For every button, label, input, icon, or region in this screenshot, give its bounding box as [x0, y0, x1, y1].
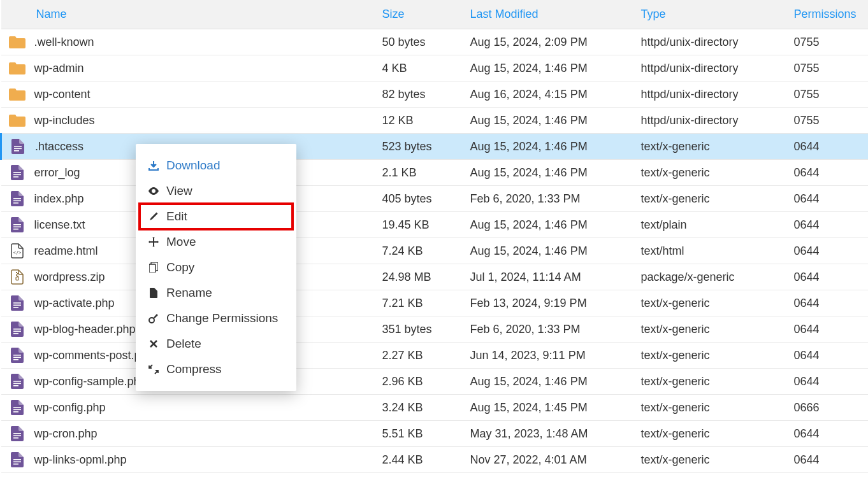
table-row[interactable]: license.txt19.45 KBAug 15, 2024, 1:46 PM…: [1, 212, 869, 238]
svg-rect-15: [16, 274, 17, 276]
svg-rect-4: [13, 174, 21, 176]
menu-item-label: Compress: [166, 362, 222, 376]
svg-rect-2: [14, 150, 19, 152]
svg-point-40: [149, 318, 154, 323]
file-generic-icon: [6, 374, 28, 389]
svg-rect-8: [13, 202, 18, 204]
file-generic-icon: [6, 191, 28, 206]
svg-rect-14: [17, 273, 18, 274]
file-size: 3.24 KB: [377, 395, 465, 421]
file-modified: Feb 6, 2020, 1:33 PM: [465, 316, 636, 343]
table-row[interactable]: index.php405 bytesFeb 6, 2020, 1:33 PMte…: [1, 186, 869, 212]
column-header-name[interactable]: Name: [1, 0, 377, 29]
file-permissions: 0644: [789, 447, 869, 473]
file-name: error_log: [34, 166, 80, 179]
file-modified: Aug 15, 2024, 1:46 PM: [465, 160, 636, 186]
file-name: .well-known: [34, 36, 94, 48]
file-size: 5.51 KB: [377, 421, 465, 447]
svg-rect-25: [13, 357, 21, 358]
menu-item-rename[interactable]: Rename: [136, 280, 296, 306]
file-size: 2.27 KB: [377, 343, 465, 369]
svg-rect-34: [13, 436, 21, 437]
key-icon: [147, 313, 160, 323]
file-modified: Aug 16, 2024, 4:15 PM: [465, 82, 636, 108]
file-size: 2.96 KB: [377, 369, 465, 395]
file-modified: Aug 15, 2024, 1:46 PM: [465, 55, 636, 82]
svg-rect-0: [14, 146, 22, 147]
menu-item-copy[interactable]: Copy: [136, 255, 296, 280]
table-row[interactable]: .well-known50 bytesAug 15, 2024, 2:09 PM…: [1, 29, 869, 55]
download-icon: [147, 160, 160, 171]
svg-rect-38: [13, 464, 18, 465]
table-row[interactable]: wp-cron.php5.51 KBMay 31, 2023, 1:48 AMt…: [1, 421, 869, 447]
table-row[interactable]: wp-links-opml.php2.44 KBNov 27, 2022, 4:…: [1, 447, 869, 473]
table-row[interactable]: wp-comments-post.php2.27 KBJun 14, 2023,…: [1, 343, 869, 369]
svg-rect-19: [13, 305, 21, 306]
file-size: 50 bytes: [377, 29, 465, 55]
table-row[interactable]: error_log2.1 KBAug 15, 2024, 1:46 PMtext…: [1, 160, 869, 186]
eye-icon: [147, 187, 160, 195]
file-size: 351 bytes: [377, 316, 465, 343]
file-type: text/x-generic: [636, 447, 789, 473]
file-modified: Feb 13, 2024, 9:19 PM: [465, 290, 636, 316]
context-menu: DownloadViewEditMoveCopyRenameChange Per…: [136, 144, 296, 391]
table-row[interactable]: wp-admin4 KBAug 15, 2024, 1:46 PMhttpd/u…: [1, 55, 869, 82]
svg-rect-37: [13, 462, 21, 463]
menu-item-change-permissions[interactable]: Change Permissions: [136, 306, 296, 331]
svg-rect-9: [13, 224, 21, 225]
table-row[interactable]: wp-config.php3.24 KBAug 15, 2024, 1:45 P…: [1, 395, 869, 421]
table-row[interactable]: wordpress.zip24.98 MBJul 1, 2024, 11:14 …: [1, 264, 869, 290]
file-name: wp-content: [34, 88, 90, 101]
menu-item-compress[interactable]: Compress: [136, 357, 296, 382]
column-header-permissions[interactable]: Permissions: [789, 0, 869, 29]
file-modified: Aug 15, 2024, 1:46 PM: [465, 108, 636, 134]
menu-item-label: Move: [166, 235, 196, 249]
file-size: 24.98 MB: [377, 264, 465, 290]
file-modified: Aug 15, 2024, 1:45 PM: [465, 395, 636, 421]
table-row[interactable]: wp-blog-header.php351 bytesFeb 6, 2020, …: [1, 316, 869, 343]
file-modified: Aug 15, 2024, 1:46 PM: [465, 134, 636, 160]
file-generic-icon: [6, 217, 28, 232]
menu-item-label: Change Permissions: [166, 311, 278, 325]
file-permissions: 0755: [789, 29, 869, 55]
table-row[interactable]: wp-config-sample.php2.96 KBAug 15, 2024,…: [1, 369, 869, 395]
svg-text:</>: </>: [13, 250, 21, 255]
menu-item-view[interactable]: View: [136, 178, 296, 204]
folder-icon: [6, 34, 28, 50]
file-generic-icon: [6, 400, 28, 415]
menu-item-download[interactable]: Download: [136, 153, 296, 178]
svg-rect-20: [13, 307, 18, 308]
file-modified: Aug 15, 2024, 1:46 PM: [465, 238, 636, 264]
table-row[interactable]: wp-content82 bytesAug 16, 2024, 4:15 PMh…: [1, 82, 869, 108]
table-row[interactable]: </>readme.html7.24 KBAug 15, 2024, 1:46 …: [1, 238, 869, 264]
file-type: httpd/unix-directory: [636, 108, 789, 134]
svg-rect-10: [13, 227, 21, 228]
table-row[interactable]: wp-includes12 KBAug 15, 2024, 1:46 PMhtt…: [1, 108, 869, 134]
file-type: text/x-generic: [636, 395, 789, 421]
file-type: text/x-generic: [636, 290, 789, 316]
file-name: wordpress.zip: [34, 271, 105, 283]
menu-item-move[interactable]: Move: [136, 229, 296, 255]
folder-icon: [6, 113, 28, 128]
file-name: wp-cron.php: [34, 427, 98, 440]
file-modified: Feb 6, 2020, 1:33 PM: [465, 186, 636, 212]
file-permissions: 0644: [789, 316, 869, 343]
file-modified: Jun 14, 2023, 9:11 PM: [465, 343, 636, 369]
file-permissions: 0644: [789, 264, 869, 290]
table-row[interactable]: wp-activate.php7.21 KBFeb 13, 2024, 9:19…: [1, 290, 869, 316]
table-row[interactable]: .htaccess523 bytesAug 15, 2024, 1:46 PMt…: [1, 134, 869, 160]
file-type: text/html: [636, 238, 789, 264]
svg-rect-21: [13, 329, 21, 330]
file-size: 19.45 KB: [377, 212, 465, 238]
svg-rect-33: [13, 433, 21, 434]
menu-item-delete[interactable]: Delete: [136, 331, 296, 357]
file-generic-icon: [6, 452, 28, 467]
file-size: 7.24 KB: [377, 238, 465, 264]
column-header-type[interactable]: Type: [636, 0, 789, 29]
menu-item-edit[interactable]: Edit: [140, 204, 293, 229]
column-header-modified[interactable]: Last Modified: [465, 0, 636, 29]
file-permissions: 0644: [789, 238, 869, 264]
column-header-size[interactable]: Size: [377, 0, 465, 29]
file-type: httpd/unix-directory: [636, 29, 789, 55]
svg-rect-1: [14, 148, 22, 150]
